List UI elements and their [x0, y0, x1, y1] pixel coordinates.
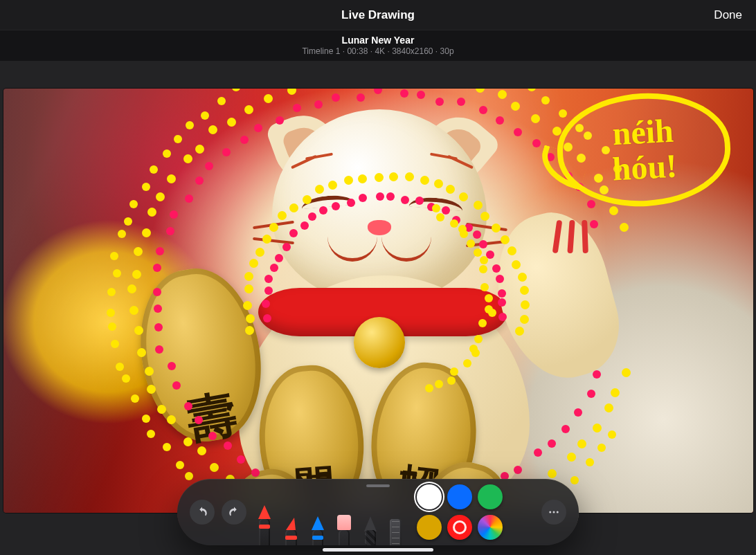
- tool-tray: [253, 479, 407, 545]
- done-button[interactable]: Done: [714, 0, 742, 30]
- color-swatch[interactable]: [478, 484, 503, 509]
- tool-stylus[interactable]: [362, 509, 379, 545]
- svg-point-2: [557, 511, 559, 513]
- meta-resolution: 3840x2160: [392, 46, 433, 56]
- color-swatch[interactable]: [478, 515, 503, 540]
- cat-mouth: [327, 230, 431, 265]
- speech-text: néih hóu!: [610, 113, 678, 187]
- cat-bell: [354, 317, 405, 368]
- redo-button[interactable]: [222, 500, 246, 525]
- tool-ruler[interactable]: [388, 509, 403, 545]
- svg-point-1: [553, 511, 555, 513]
- color-swatch[interactable]: [417, 484, 442, 509]
- drawing-canvas[interactable]: 壽 開運 招財 néih hóu!: [3, 89, 753, 513]
- mode-title: Live Drawing: [341, 8, 415, 22]
- color-swatches: [417, 484, 533, 540]
- editor-stage: 壽 開運 招財 néih hóu!: [0, 61, 756, 555]
- project-info-bar: Lunar New Year Timeline 1 · 00:38 · 4K ·…: [0, 30, 756, 61]
- tool-eraser[interactable]: [336, 509, 352, 545]
- project-name: Lunar New Year: [342, 35, 415, 46]
- color-swatch[interactable]: [417, 515, 442, 540]
- home-indicator[interactable]: [323, 548, 433, 552]
- svg-point-0: [549, 511, 551, 513]
- meta-framerate: 30p: [440, 46, 454, 56]
- tool-pencil[interactable]: [309, 509, 326, 545]
- drawing-toolbar: [177, 479, 579, 545]
- ellipsis-icon: [548, 506, 560, 518]
- meta-timeline: Timeline 1: [302, 46, 340, 56]
- color-swatch[interactable]: [447, 484, 472, 509]
- redo-icon: [228, 506, 240, 518]
- title-bar: Live Drawing Done: [0, 0, 756, 30]
- undo-icon: [196, 506, 208, 518]
- tool-marker[interactable]: [282, 509, 299, 545]
- project-meta: Timeline 1 · 00:38 · 4K · 3840x2160 · 30…: [302, 46, 453, 56]
- color-swatch[interactable]: [447, 515, 472, 540]
- undo-button[interactable]: [190, 500, 215, 525]
- more-button[interactable]: [541, 500, 566, 525]
- toolbar-grabber[interactable]: [366, 484, 390, 487]
- meta-timecode: 00:38: [347, 46, 368, 56]
- tool-pen[interactable]: [256, 498, 273, 545]
- meta-quality: 4K: [375, 46, 385, 56]
